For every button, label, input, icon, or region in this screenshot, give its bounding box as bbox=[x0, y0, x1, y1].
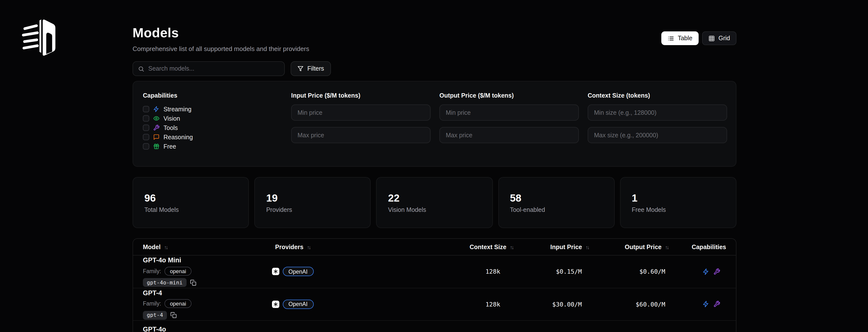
family-badge: openai bbox=[164, 267, 191, 276]
model-name: GPT-4 bbox=[143, 289, 261, 297]
family-label: Family: bbox=[143, 268, 161, 274]
provider-badge: OpenAI bbox=[283, 300, 313, 309]
input-price-max-field[interactable] bbox=[291, 127, 431, 143]
page-header: Models Comprehensive list of all support… bbox=[132, 26, 737, 53]
filters-label: Filters bbox=[307, 65, 324, 72]
model-name: GPT-4o Mini bbox=[143, 257, 261, 264]
capability-label: Streaming bbox=[163, 106, 191, 112]
app-logo[interactable] bbox=[21, 15, 56, 58]
stat-card-total-models: 96 Total Models bbox=[132, 177, 249, 228]
stat-label: Total Models bbox=[144, 206, 248, 213]
capability-label: Tools bbox=[163, 124, 178, 131]
tools-checkbox[interactable] bbox=[143, 125, 149, 131]
capability-option-streaming[interactable]: Streaming bbox=[143, 104, 282, 114]
stats-row: 96 Total Models 19 Providers 22 Vision M… bbox=[132, 177, 737, 228]
sort-icon: ↑↓ bbox=[307, 244, 310, 250]
capability-label: Free bbox=[163, 143, 176, 150]
input-price-min-field[interactable] bbox=[291, 104, 431, 121]
zap-icon bbox=[703, 268, 709, 275]
input-price-title: Input Price ($/M tokens) bbox=[291, 92, 431, 99]
filter-funnel-icon bbox=[298, 66, 303, 72]
column-label: Providers bbox=[275, 243, 303, 251]
table-row[interactable]: GPT-4o Mini Family: openai gpt-4o-mini bbox=[133, 256, 736, 288]
context-size-value: 128k bbox=[324, 268, 513, 275]
view-toggle: Table Grid bbox=[661, 31, 737, 45]
model-id-row: gpt-4 bbox=[143, 310, 261, 320]
output-price-min-field[interactable] bbox=[439, 104, 579, 121]
search-icon bbox=[138, 65, 144, 72]
context-size-title: Context Size (tokens) bbox=[588, 92, 727, 99]
column-header-context-size[interactable]: Context Size ↑↓ bbox=[324, 243, 513, 251]
filters-button[interactable]: Filters bbox=[291, 61, 331, 76]
provider-cell: OpenAI bbox=[261, 300, 324, 309]
column-label: Context Size bbox=[470, 243, 506, 251]
grid-view-button[interactable]: Grid bbox=[702, 31, 737, 45]
sort-icon: ↑↓ bbox=[585, 244, 589, 250]
output-price-max-field[interactable] bbox=[439, 127, 579, 143]
family-label: Family: bbox=[143, 301, 161, 307]
free-checkbox[interactable] bbox=[143, 143, 149, 150]
page-title: Models bbox=[132, 26, 737, 41]
context-size-min-field[interactable] bbox=[588, 104, 727, 121]
capabilities-cell bbox=[668, 301, 726, 308]
stat-label: Tool-enabled bbox=[510, 206, 614, 213]
family-badge: openai bbox=[164, 299, 191, 308]
copy-icon[interactable] bbox=[170, 312, 177, 319]
stat-card-vision-models: 22 Vision Models bbox=[376, 177, 493, 228]
context-size-filter-group: Context Size (tokens) bbox=[588, 92, 727, 156]
table-view-label: Table bbox=[678, 35, 692, 42]
wrench-icon bbox=[153, 125, 160, 131]
vision-checkbox[interactable] bbox=[143, 115, 149, 122]
capability-option-vision[interactable]: Vision bbox=[143, 114, 282, 123]
table-view-button[interactable]: Table bbox=[661, 31, 699, 45]
copy-icon[interactable] bbox=[190, 279, 196, 286]
zap-icon bbox=[153, 106, 160, 112]
filter-panel: Capabilities Streaming Vision Tools bbox=[132, 81, 737, 167]
column-header-output-price[interactable]: Output Price ↑↓ bbox=[589, 243, 668, 251]
search-row: Filters bbox=[132, 61, 331, 76]
capability-label: Reasoning bbox=[163, 134, 193, 140]
table-row[interactable]: GPT-4 Family: openai gpt-4 bbox=[133, 288, 736, 321]
column-header-providers[interactable]: Providers ↑↓ bbox=[261, 243, 324, 251]
capabilities-title: Capabilities bbox=[143, 92, 282, 99]
provider-cell: OpenAI bbox=[261, 267, 324, 276]
context-size-max-field[interactable] bbox=[588, 127, 727, 143]
stat-label: Vision Models bbox=[388, 206, 492, 213]
stat-label: Free Models bbox=[632, 206, 736, 213]
model-name: GPT-4o bbox=[143, 326, 261, 332]
wrench-icon bbox=[713, 301, 720, 308]
stat-value: 22 bbox=[388, 192, 492, 204]
family-row: Family: openai bbox=[143, 299, 261, 309]
model-id-chip: gpt-4o-mini bbox=[143, 278, 187, 287]
column-label: Capabilities bbox=[692, 243, 726, 251]
context-size-value: 128k bbox=[324, 301, 513, 308]
page-subtitle: Comprehensive list of all supported mode… bbox=[132, 45, 737, 53]
output-price-value: $60.00/M bbox=[589, 301, 668, 308]
output-price-filter-group: Output Price ($/M tokens) bbox=[439, 92, 579, 156]
stat-value: 96 bbox=[144, 192, 248, 204]
message-icon bbox=[153, 134, 160, 140]
stat-value: 19 bbox=[266, 192, 370, 204]
search-input[interactable] bbox=[148, 65, 279, 72]
table-row[interactable]: GPT-4o bbox=[133, 321, 736, 332]
model-cell: GPT-4o Mini Family: openai gpt-4o-mini bbox=[143, 256, 261, 288]
openai-logo-icon bbox=[272, 301, 279, 308]
column-label: Input Price bbox=[550, 243, 582, 251]
column-header-model[interactable]: Model ↑↓ bbox=[143, 243, 261, 251]
openai-logo-icon bbox=[272, 268, 279, 275]
input-price-value: $0.15/M bbox=[513, 268, 589, 275]
reasoning-checkbox[interactable] bbox=[143, 134, 149, 140]
input-price-value: $30.00/M bbox=[513, 301, 589, 308]
capabilities-filter-group: Capabilities Streaming Vision Tools bbox=[143, 92, 282, 156]
capabilities-cell bbox=[668, 268, 726, 275]
model-id-row: gpt-4o-mini bbox=[143, 278, 261, 288]
streaming-checkbox[interactable] bbox=[143, 106, 149, 112]
capability-option-free[interactable]: Free bbox=[143, 142, 282, 151]
column-header-input-price[interactable]: Input Price ↑↓ bbox=[513, 243, 589, 251]
search-box bbox=[132, 61, 285, 76]
capability-option-reasoning[interactable]: Reasoning bbox=[143, 132, 282, 142]
capability-option-tools[interactable]: Tools bbox=[143, 123, 282, 132]
gift-icon bbox=[153, 143, 160, 150]
eye-icon bbox=[153, 115, 160, 122]
output-price-title: Output Price ($/M tokens) bbox=[439, 92, 579, 99]
